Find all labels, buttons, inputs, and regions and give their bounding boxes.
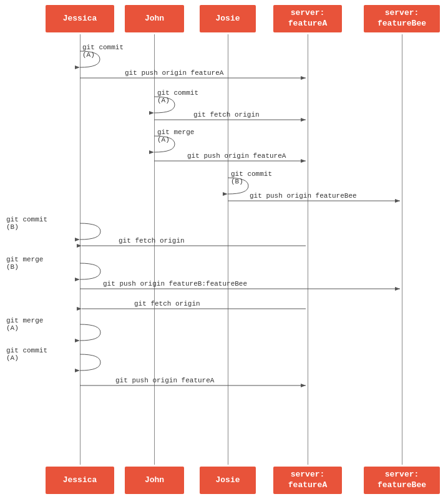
lifeline-featureA [308,34,308,465]
svg-text:git push origin featureA: git push origin featureA [115,377,215,384]
actor-jessica-bottom: Jessica [46,467,114,494]
svg-text:git commit: git commit [231,170,272,178]
svg-text:git commit: git commit [157,89,198,97]
actor-john-top: John [125,5,184,32]
lifeline-featureBee [402,34,402,465]
lifeline-john [154,34,155,465]
actor-john-bottom: John [125,467,184,494]
svg-text:git push origin featureB:featu: git push origin featureB:featureBee [103,280,247,288]
actor-featureBee-top: server:featureBee [364,5,440,32]
svg-text:git fetch origin: git fetch origin [134,300,200,308]
sequence-diagram: Jessica John Josie server:featureA serve… [0,0,448,499]
svg-text:(A): (A) [82,51,95,59]
svg-text:git fetch origin: git fetch origin [119,237,185,245]
svg-text:git merge: git merge [6,317,43,324]
svg-text:git fetch origin: git fetch origin [193,111,260,119]
svg-text:(B): (B) [6,263,19,271]
svg-text:(A): (A) [6,324,19,332]
actor-josie-bottom: Josie [200,467,256,494]
svg-text:git push origin featureA: git push origin featureA [187,152,286,160]
svg-text:(A): (A) [157,136,170,143]
actor-featureA-top: server:featureA [273,5,342,32]
actor-josie-top: Josie [200,5,256,32]
svg-text:(A): (A) [6,354,19,362]
svg-text:git push origin featureA: git push origin featureA [125,69,224,77]
svg-text:(B): (B) [231,178,243,185]
actor-jessica-top: Jessica [46,5,114,32]
arrows-svg: git commit (A) git push origin featureA … [0,0,448,499]
svg-text:git push origin featureBee: git push origin featureBee [250,192,357,200]
lifeline-josie [228,34,228,465]
svg-text:git commit: git commit [6,216,47,223]
svg-text:git commit: git commit [6,347,47,354]
svg-text:git commit: git commit [82,44,124,51]
lifeline-jessica [80,34,80,465]
svg-text:(A): (A) [157,97,170,104]
actor-featureA-bottom: server:featureA [273,467,342,494]
svg-text:git merge: git merge [6,256,43,263]
actor-featureBee-bottom: server:featureBee [364,467,440,494]
svg-text:git merge: git merge [157,128,194,136]
svg-text:(B): (B) [6,223,19,231]
